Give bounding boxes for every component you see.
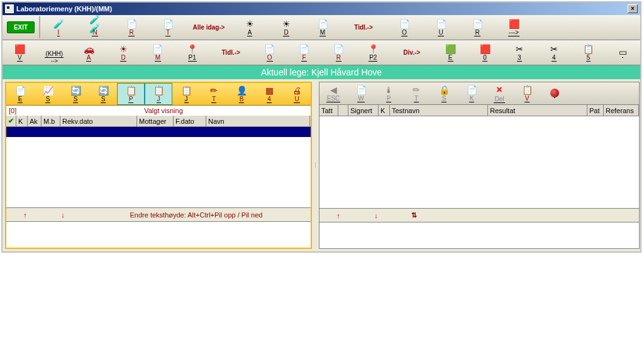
u-icon: 📄	[435, 19, 447, 29]
col-fdato[interactable]: F.dato	[174, 116, 206, 126]
arrow-label: --->	[508, 29, 519, 36]
col-ak[interactable]: Ak	[28, 116, 42, 126]
rt-w-button[interactable]: 📄W	[347, 82, 375, 104]
lt-e-button[interactable]: 📄E	[6, 83, 34, 105]
arrow-icon: 🟥	[508, 19, 519, 29]
right-grid-body[interactable]	[319, 116, 639, 208]
tidl-button-1[interactable]: Tidl.->	[341, 15, 386, 40]
tb-n-button[interactable]: 🧪🧪N	[77, 15, 113, 40]
current-doctor-banner: Aktuell lege: Kjell Håvard Hove	[3, 65, 640, 79]
lt-j-button[interactable]: 📋J	[145, 83, 172, 105]
tb-null-button[interactable]: 🟥0	[468, 40, 502, 65]
u-label: U	[294, 96, 299, 103]
col-rekv[interactable]: Rekv.dato	[60, 116, 137, 126]
tb-3-button[interactable]: ✂3	[502, 40, 536, 65]
col-tatt[interactable]: Tatt	[319, 105, 338, 116]
tb-4-button[interactable]: ✂4	[536, 40, 571, 65]
lt-u-button[interactable]: 🖨U	[283, 83, 311, 105]
u-label: U	[438, 29, 443, 36]
col-k[interactable]: K	[16, 116, 28, 126]
titlebar: Laboratoriemeny (KHH)/(MM) ×	[3, 3, 640, 15]
tb-e-button[interactable]: 🟩E	[433, 40, 468, 65]
tb-a2-button[interactable]: 🚗A	[72, 40, 106, 65]
rt-esc-button[interactable]: ◀ESC	[319, 82, 347, 104]
tb-i-button[interactable]: 🧪I	[40, 15, 77, 40]
tb-t-button[interactable]: 📄T	[150, 15, 186, 40]
tb-arrow-button[interactable]: 🟥--->	[496, 15, 532, 40]
exit-label: EXIT	[7, 21, 35, 33]
page-down-button[interactable]: ↓	[44, 211, 82, 219]
khh-icon	[48, 41, 60, 50]
tb-r-button[interactable]: 📄R	[113, 15, 150, 40]
left-grid-body[interactable]	[6, 127, 311, 207]
col-x1[interactable]	[338, 105, 348, 116]
t-icon: ✏	[413, 85, 420, 95]
alle-idag-button[interactable]: Alle idag->	[186, 15, 231, 40]
col-resultat[interactable]: Resultat	[488, 105, 587, 116]
r2-label: R	[474, 29, 480, 36]
tb-khh-button[interactable]: (KHH)-->	[37, 40, 72, 65]
tb-f-button[interactable]: 📄F	[287, 40, 321, 65]
tb-o-button[interactable]: 📄O	[386, 15, 423, 40]
rt-t-button[interactable]: ✏T	[402, 82, 430, 104]
lt-s2-button[interactable]: 🔄S	[62, 83, 89, 105]
col-k[interactable]: K	[379, 105, 390, 116]
lt-j2-button[interactable]: 📋J	[172, 83, 200, 105]
col-signert[interactable]: Signert	[348, 105, 379, 116]
div-button[interactable]: Div.->	[391, 40, 433, 65]
page-down-button-r[interactable]: ↓	[357, 212, 395, 219]
tb-r2-button[interactable]: 📄R	[459, 15, 496, 40]
col-pat[interactable]: Pat	[587, 105, 604, 116]
page-up-button[interactable]: ↑	[6, 211, 44, 219]
lt-t-button[interactable]: ✏T	[200, 83, 228, 105]
refresh-button[interactable]: ⇅	[395, 211, 433, 219]
tb-r3-button[interactable]: 📄R	[321, 40, 356, 65]
rt-del-button[interactable]: ×Del	[486, 82, 513, 104]
tb-v-button[interactable]: 🟥V	[3, 40, 37, 65]
tb-5-button[interactable]: 📋5	[571, 40, 606, 65]
3-label: 3	[517, 54, 522, 62]
tb-o2-button[interactable]: 📄O	[252, 40, 287, 65]
tb-p1-button[interactable]: 📍P1	[175, 40, 209, 65]
p1-icon: 📍	[187, 44, 198, 54]
tb-u-button[interactable]: 📄U	[423, 15, 459, 40]
i-icon: 🧪	[53, 19, 64, 29]
col-ref[interactable]: Referans	[604, 105, 639, 116]
lt-b-button[interactable]: 👤B	[228, 83, 255, 105]
col-testnavn[interactable]: Testnavn	[390, 105, 488, 116]
lt-p-button[interactable]: 📋P	[117, 83, 145, 105]
tb-d-button[interactable]: ☀D	[268, 15, 304, 40]
table-row[interactable]	[6, 127, 311, 137]
t-icon: ✏	[210, 85, 218, 96]
tidl-button-2[interactable]: Tidl.->	[209, 40, 252, 65]
tb-blank-button[interactable]: ▭	[606, 40, 640, 65]
s1-icon: 📈	[43, 85, 53, 96]
lt-s3-button[interactable]: 🔄S	[89, 83, 117, 105]
rt-p-button[interactable]: 🌡P	[375, 82, 402, 104]
left-paging: ↑ ↓ Endre teksthøyde: Alt+Ctrl+Pil opp /…	[6, 207, 311, 221]
tb-m2-button[interactable]: 📄M	[140, 40, 175, 65]
rt-rec-button[interactable]	[541, 82, 569, 104]
b-icon: 👤	[236, 85, 247, 96]
col-mb[interactable]: M.b	[42, 116, 60, 126]
exit-button[interactable]: EXIT	[3, 15, 39, 40]
b-label: B	[239, 96, 245, 103]
tb-a-button[interactable]: ☀A	[231, 15, 268, 40]
lt-4-button[interactable]: ▦4	[255, 83, 283, 105]
5-label: 5	[586, 54, 591, 62]
rt-k-button[interactable]: 📄K	[458, 82, 486, 104]
lt-s1-button[interactable]: 📈S	[34, 83, 62, 105]
pane-splitter[interactable]: ⋮	[314, 82, 316, 249]
col-check[interactable]: ✔	[6, 116, 16, 126]
rt-v-button[interactable]: 📋V	[513, 82, 541, 104]
tb-m-button[interactable]: 📄M	[304, 15, 341, 40]
window-title: Laboratoriemeny (KHH)/(MM)	[16, 5, 112, 13]
col-navn[interactable]: Navn	[206, 116, 310, 126]
rt-s-button[interactable]: 🔒S	[430, 82, 458, 104]
tb-d2-button[interactable]: ☀D	[106, 40, 141, 65]
col-mott[interactable]: Mottager	[137, 116, 174, 126]
page-up-button-r[interactable]: ↑	[319, 212, 357, 219]
tb-p2-button[interactable]: 📍P2	[356, 40, 391, 65]
close-button[interactable]: ×	[628, 4, 638, 13]
3-icon: ✂	[514, 44, 525, 54]
